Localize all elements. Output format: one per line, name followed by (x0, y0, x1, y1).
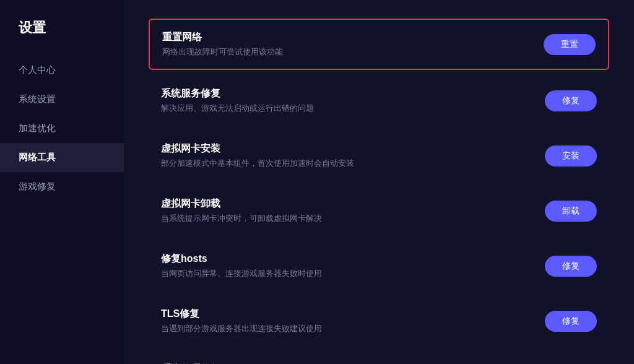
tool-title-1: 系统服务修复 (161, 87, 314, 100)
tool-desc-1: 解决应用、游戏无法启动或运行出错的问题 (161, 103, 314, 114)
tool-action-btn-1[interactable]: 修复 (545, 90, 597, 111)
tool-item-0: 重置网络网络出现故障时可尝试使用该功能重置 (149, 19, 609, 70)
tool-info-4: 修复hosts当网页访问异常、连接游戏服务器失败时使用 (161, 253, 322, 279)
tool-item-2: 虚拟网卡安装部分加速模式中基本组件，首次使用加速时会自动安装安装 (149, 131, 609, 180)
tool-action-btn-4[interactable]: 修复 (545, 256, 597, 277)
tool-title-2: 虚拟网卡安装 (161, 142, 354, 155)
tool-title-0: 重置网络 (162, 31, 283, 44)
tool-desc-0: 网络出现故障时可尝试使用该功能 (162, 46, 283, 58)
sidebar-item-acceleration[interactable]: 加速优化 (0, 114, 124, 143)
tool-action-btn-2[interactable]: 安装 (545, 145, 597, 167)
tool-item-3: 虚拟网卡卸载当系统提示网卡冲突时，可卸载虚拟网卡解决卸载 (149, 186, 609, 235)
sidebar-item-network[interactable]: 网络工具 (0, 143, 124, 172)
tool-item-1: 系统服务修复解决应用、游戏无法启动或运行出错的问题修复 (149, 76, 609, 125)
tool-info-2: 虚拟网卡安装部分加速模式中基本组件，首次使用加速时会自动安装 (161, 142, 354, 169)
sidebar-item-personal[interactable]: 个人中心 (0, 56, 124, 85)
tool-title-3: 虚拟网卡卸载 (161, 197, 322, 210)
tool-item-5: TLS修复当遇到部分游戏服务器出现连接失败建议使用修复 (149, 297, 609, 345)
tool-info-3: 虚拟网卡卸载当系统提示网卡冲突时，可卸载虚拟网卡解决 (161, 197, 322, 224)
tool-action-btn-5[interactable]: 修复 (545, 311, 597, 332)
sidebar-title: 设置 (0, 19, 124, 56)
sidebar-item-system[interactable]: 系统设置 (0, 85, 124, 114)
sidebar-item-repair[interactable]: 游戏修复 (0, 172, 124, 201)
tool-action-btn-0[interactable]: 重置 (544, 34, 596, 55)
tool-action-btn-3[interactable]: 卸载 (545, 201, 597, 222)
tool-item-4: 修复hosts当网页访问异常、连接游戏服务器失败时使用修复 (149, 241, 609, 290)
sidebar: 设置 个人中心 系统设置 加速优化 网络工具 游戏修复 (0, 0, 124, 364)
tool-desc-4: 当网页访问异常、连接游戏服务器失败时使用 (161, 268, 322, 279)
tool-desc-5: 当遇到部分游戏服务器出现连接失败建议使用 (161, 323, 322, 334)
tool-title-5: TLS修复 (161, 308, 322, 321)
tool-desc-3: 当系统提示网卡冲突时，可卸载虚拟网卡解决 (161, 213, 322, 224)
main-content: 重置网络网络出现故障时可尝试使用该功能重置系统服务修复解决应用、游戏无法启动或运… (124, 0, 634, 364)
tool-info-1: 系统服务修复解决应用、游戏无法启动或运行出错的问题 (161, 87, 314, 114)
tool-title-4: 修复hosts (161, 253, 322, 266)
tool-desc-2: 部分加速模式中基本组件，首次使用加速时会自动安装 (161, 158, 354, 169)
tool-item-6: 系统代理修复当系统配置了代理模式，加速无效果时建议使用修复 (149, 352, 609, 364)
tool-info-5: TLS修复当遇到部分游戏服务器出现连接失败建议使用 (161, 308, 322, 334)
tool-info-0: 重置网络网络出现故障时可尝试使用该功能 (162, 31, 283, 58)
